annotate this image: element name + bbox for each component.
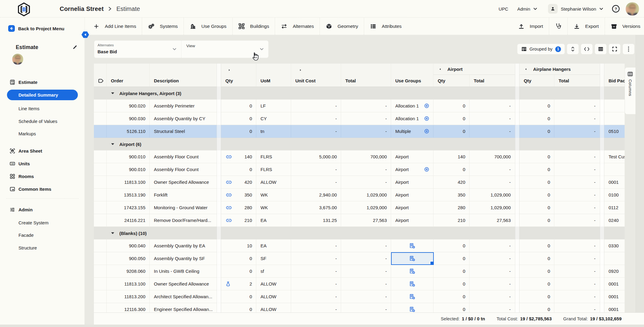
column-header-bid-pack[interactable]: Bid Pack <box>604 64 625 87</box>
cell-qty[interactable]: 140 <box>221 150 256 163</box>
user-menu[interactable]: Stephanie Wilson <box>561 6 604 12</box>
table-row[interactable]: 900.040Assembly Quantity by EA10EA--0-0-… <box>94 239 625 252</box>
cell-use-groups[interactable] <box>391 290 433 303</box>
cell-hangers-qty[interactable]: 0 <box>520 278 554 290</box>
cell-hangers-total[interactable]: - <box>554 265 604 277</box>
cell-uom[interactable]: ALLOW <box>256 303 291 312</box>
column-header-airport-total[interactable]: Total <box>470 75 520 87</box>
cell-use-groups[interactable] <box>391 278 433 290</box>
column-header-qty[interactable]: Qty <box>221 64 256 87</box>
cell-bid-pack[interactable]: 0001 <box>604 303 625 312</box>
app-logo-icon[interactable] <box>17 2 31 16</box>
cell-flag[interactable] <box>94 150 107 163</box>
cell-use-groups[interactable]: Airport <box>391 214 433 226</box>
columns-panel-tab[interactable]: Columns <box>625 67 636 114</box>
cell-airport-qty[interactable]: 0 <box>433 290 470 303</box>
cell-flag[interactable] <box>94 239 107 252</box>
column-header-order[interactable]: Order <box>107 64 150 87</box>
cell-total[interactable]: - <box>341 303 391 312</box>
cell-airport-total[interactable]: 27,563 <box>470 214 520 226</box>
cell-airport-total[interactable]: - <box>470 290 520 303</box>
cell-flag[interactable] <box>94 112 107 125</box>
cell-unit-cost[interactable]: - <box>291 239 341 252</box>
cell-airport-total[interactable]: - <box>470 112 520 125</box>
more-options-button[interactable] <box>623 44 634 54</box>
cell-bid-pack[interactable]: 0510 <box>604 125 625 137</box>
table-row[interactable]: 9208.060In Units - GWB Ceiling0sf--0-0-0… <box>94 265 625 278</box>
cell-hangers-qty[interactable]: 0 <box>520 265 554 277</box>
sidebar-item-units[interactable]: 100Units <box>0 158 85 169</box>
cell-total[interactable]: - <box>341 112 391 125</box>
cell-uom[interactable]: WK <box>256 189 291 201</box>
cell-airport-qty[interactable]: 0 <box>433 278 470 290</box>
group-row[interactable]: Airplane Hangers, Airport (3) <box>94 87 625 100</box>
fill-handle[interactable] <box>430 261 433 264</box>
cell-use-groups[interactable]: Multiple <box>391 125 433 137</box>
column-header-uom[interactable]: UoM <box>256 64 291 87</box>
cell-qty[interactable]: 420 <box>221 176 256 188</box>
cell-uom[interactable]: sf <box>256 265 291 277</box>
cell-order[interactable]: 24116.221 <box>107 214 150 226</box>
cell-flag[interactable] <box>94 303 107 312</box>
cell-use-groups[interactable] <box>391 265 433 277</box>
cell-unit-cost[interactable]: - <box>291 303 341 312</box>
table-row[interactable]: 5126.110Structural Steel0tn--Multiple0-0… <box>94 125 625 138</box>
column-expand-button[interactable] <box>581 44 593 54</box>
column-header-total[interactable]: Total <box>341 64 391 87</box>
row-expand-button[interactable] <box>567 44 579 54</box>
sidebar-item-create-system[interactable]: Create System <box>0 217 85 228</box>
column-header-airport-qty[interactable]: Qty <box>433 75 470 87</box>
cell-use-groups[interactable]: Airport <box>391 163 433 176</box>
cell-description[interactable]: Monitoring - Ground Water <box>150 201 221 214</box>
group-row[interactable]: (Blanks) (10) <box>94 227 625 239</box>
cell-airport-total[interactable]: 1,029,000 <box>470 201 520 214</box>
cell-airport-qty[interactable]: 0 <box>433 112 470 125</box>
cell-airport-qty[interactable]: 0 <box>433 265 470 277</box>
add-use-group-icon[interactable] <box>409 306 415 312</box>
cell-airport-total[interactable]: 1,029,000 <box>470 189 520 201</box>
sidebar-item-structure[interactable]: Structure <box>0 243 85 253</box>
cell-total[interactable]: - <box>341 252 391 265</box>
cell-uom[interactable]: tn <box>256 125 291 137</box>
cell-hangers-total[interactable]: - <box>554 201 604 214</box>
cell-order[interactable]: 9208.060 <box>107 265 150 277</box>
cell-bid-pack[interactable] <box>604 100 625 112</box>
cell-order[interactable]: 13513.190 <box>107 189 150 201</box>
cell-airport-total[interactable]: 700,000 <box>470 150 520 163</box>
collapse-down-icon[interactable] <box>111 232 115 234</box>
cell-airport-total[interactable]: - <box>470 265 520 277</box>
cell-description[interactable]: In Units - GWB Ceiling <box>150 265 221 277</box>
sidebar-item-common-items[interactable]: Common Items <box>0 184 85 194</box>
cell-uom[interactable]: FLRS <box>256 163 291 176</box>
fullscreen-button[interactable] <box>609 44 620 54</box>
export-button[interactable]: Export <box>573 23 599 29</box>
geometry-button[interactable]: Geometry <box>325 23 359 30</box>
cell-airport-qty[interactable]: 140 <box>433 150 470 163</box>
cell-total[interactable]: 1,029,000 <box>341 189 391 201</box>
column-group-airport[interactable]: Airport <box>433 64 515 75</box>
cell-total[interactable]: 700,000 <box>341 150 391 163</box>
cell-airport-qty[interactable]: 0 <box>433 239 470 252</box>
cell-use-groups[interactable]: Airport <box>391 189 433 201</box>
systems-button[interactable]: Systems <box>147 23 178 30</box>
cell-total[interactable]: - <box>341 163 391 176</box>
add-use-group-icon[interactable] <box>409 281 415 287</box>
column-header-hangers-qty[interactable]: Qty <box>520 75 554 87</box>
table-row[interactable]: 12116.300Engineer Specified Allowan...0A… <box>94 303 625 312</box>
cell-total[interactable]: 1,029,000 <box>341 201 391 214</box>
cell-description[interactable]: Assembly Perimeter <box>150 100 221 112</box>
cell-total[interactable]: - <box>341 125 391 137</box>
cell-order[interactable]: 17423.155 <box>107 201 150 214</box>
import-button[interactable]: Import <box>517 23 544 29</box>
cell-flag[interactable] <box>94 189 107 201</box>
stethoscope-button[interactable] <box>554 23 562 30</box>
cell-airport-qty[interactable]: 0 <box>433 100 470 112</box>
use-groups-button[interactable]: Use Groups <box>189 23 227 29</box>
cell-qty[interactable]: 350 <box>221 189 256 201</box>
cell-qty[interactable]: 0 <box>221 290 256 303</box>
cell-hangers-total[interactable]: - <box>554 176 604 188</box>
cell-bid-pack[interactable]: 0240 <box>604 214 625 226</box>
cell-total[interactable]: - <box>341 100 391 112</box>
cell-unit-cost[interactable]: - <box>291 112 341 125</box>
cell-order[interactable]: 900.050 <box>107 252 150 265</box>
